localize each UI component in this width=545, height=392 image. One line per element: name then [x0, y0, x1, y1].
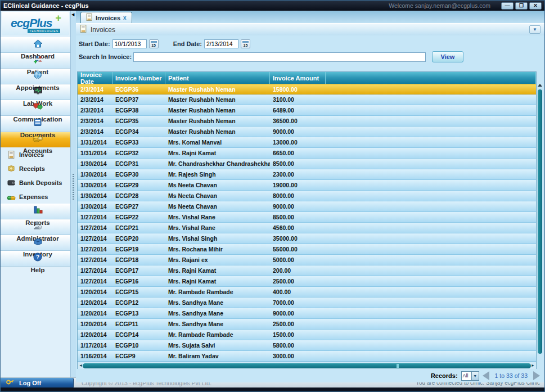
table-row[interactable]: 1/27/2014ECGP19Mrs. Rochana Mihir55000.0… — [78, 244, 536, 255]
sidebar-collapse-icon[interactable]: ◀ — [71, 12, 74, 17]
maximize-button[interactable]: ❐ — [515, 2, 528, 10]
table-row[interactable]: 1/20/2014ECGP15Mr. Rambade Rambade400.00 — [78, 287, 536, 298]
cell-invoice-amount: 9000.00 — [270, 203, 326, 210]
inventory-icon — [32, 236, 43, 247]
sidebar-item-patient[interactable]: Patient — [1, 53, 70, 69]
table-row[interactable]: 1/20/2014ECGP11Mrs. Sandhya Mane2500.00 — [78, 319, 536, 330]
cell-invoice-date: 1/27/2014 — [78, 235, 112, 242]
records-per-page-select[interactable]: All ▼ — [461, 371, 479, 381]
horizontal-scrollbar[interactable]: ◄ ► — [78, 362, 536, 369]
cell-invoice-number: ECGP22 — [112, 214, 165, 220]
start-date-calendar-icon[interactable]: 15 — [149, 39, 159, 48]
table-row[interactable]: 1/31/2014ECGP32Mrs. Rajni Kamat6650.00 — [78, 148, 536, 159]
cell-patient: Mr. Rajesh Singh — [165, 171, 270, 178]
cell-invoice-number: ECGP27 — [112, 203, 165, 210]
end-date-calendar-icon[interactable]: 15 — [241, 39, 250, 48]
table-row[interactable]: 1/27/2014ECGP18Mrs. Rajani ex5000.00 — [78, 255, 536, 265]
close-button[interactable]: ✕ — [529, 2, 542, 10]
log-off-button[interactable]: Log Off — [1, 378, 74, 388]
vertical-scroll-thumb[interactable] — [538, 89, 542, 354]
sidebar-item-inventory[interactable]: Inventory — [1, 235, 70, 251]
table-row[interactable]: 1/27/2014ECGP21Mrs. Vishal Rane4560.00 — [78, 223, 536, 233]
table-row[interactable]: 1/20/2014ECGP12Mrs. Sandhya Mane7000.00 — [78, 298, 536, 308]
next-page-button[interactable] — [533, 371, 540, 380]
cell-invoice-number: ECGP10 — [112, 342, 165, 349]
tab-list-dropdown-button[interactable]: ▼ — [529, 25, 541, 34]
table-row[interactable]: 1/27/2014ECGP22Mrs. Vishal Rane8500.00 — [78, 212, 536, 223]
tab-close-icon[interactable]: x — [123, 15, 127, 21]
view-button[interactable]: View — [432, 51, 463, 62]
cell-patient: Mrs. Sandhya Mane — [165, 310, 270, 317]
invoice-breadcrumb-icon — [80, 25, 87, 34]
tab-invoices[interactable]: Invoices x — [80, 12, 132, 23]
table-row[interactable]: 1/30/2014ECGP31Mr. Chandrashekhar Chandr… — [78, 159, 536, 169]
cell-invoice-number: ECGP16 — [112, 278, 165, 285]
scroll-right-icon[interactable]: ► — [531, 363, 535, 367]
sidebar-item-administrator[interactable]: Administrator — [1, 219, 70, 235]
sidebar-item-expenses[interactable]: Expenses — [1, 190, 70, 204]
cell-invoice-amount: 3100.00 — [270, 96, 326, 103]
appointments-icon — [32, 69, 43, 80]
previous-page-button[interactable] — [483, 371, 489, 380]
table-row[interactable]: 1/27/2014ECGP20Mrs. Vishal Singh35000.00 — [78, 233, 536, 244]
welcome-text: Welcome sanjay.neman@ecgplus.com — [389, 2, 490, 9]
cell-invoice-date: 1/20/2014 — [78, 289, 112, 295]
table-row[interactable]: 1/20/2014ECGP14Mr. Rambade Rambade1500.0… — [78, 330, 536, 340]
cell-invoice-date: 1/30/2014 — [78, 203, 112, 210]
table-row[interactable]: 1/27/2014ECGP16Mrs. Rajni Kamat2500.00 — [78, 276, 536, 287]
table-row[interactable]: 1/31/2014ECGP33Mrs. Komal Manval13000.00 — [78, 137, 536, 148]
cell-invoice-amount: 200.00 — [270, 267, 326, 274]
cell-patient: Ms Neeta Chavan — [165, 182, 270, 188]
sidebar-splitter[interactable]: ◀ — [71, 11, 76, 377]
invoice-icon — [7, 150, 16, 159]
cell-invoice-number: ECGP12 — [112, 299, 165, 306]
minimize-button[interactable]: — — [501, 2, 514, 10]
cell-invoice-number: ECGP29 — [112, 182, 165, 188]
splitter-grip[interactable] — [73, 174, 74, 200]
column-header-invoice-amount[interactable]: Invoice Amount — [270, 72, 326, 84]
table-row[interactable]: 2/3/2014ECGP36Master Rushabh Neman15800.… — [78, 84, 536, 94]
cell-invoice-date: 1/31/2014 — [78, 150, 112, 156]
sidebar-item-help[interactable]: ?Help — [1, 251, 70, 267]
scroll-left-icon[interactable]: ◄ — [79, 363, 83, 367]
cell-invoice-date: 2/3/2014 — [78, 128, 112, 135]
cell-invoice-number: ECGP14 — [112, 331, 165, 338]
cell-invoice-amount: 3000.00 — [270, 353, 326, 359]
document-icon — [86, 13, 93, 22]
sidebar-item-accounts[interactable]: Accounts — [1, 132, 70, 147]
table-row[interactable]: 2/3/2014ECGP34Master Rushabh Neman9000.0… — [78, 127, 536, 137]
sidebar-item-bank-deposits[interactable]: Bank Deposits — [1, 175, 70, 190]
table-row[interactable]: 2/3/2014ECGP35Master Rushabh Neman36500.… — [78, 116, 536, 127]
table-row[interactable]: 1/30/2014ECGP30Mr. Rajesh Singh2300.00 — [78, 169, 536, 180]
table-row[interactable]: 1/27/2014ECGP17Mrs. Rajni Kamat200.00 — [78, 265, 536, 276]
search-invoice-input[interactable] — [133, 52, 426, 62]
cell-invoice-number: ECGP18 — [112, 256, 165, 263]
column-header-invoice-number[interactable]: Invoice Number — [112, 72, 165, 84]
table-row[interactable]: 1/30/2014ECGP27Ms Neeta Chavan9000.00 — [78, 201, 536, 212]
cell-invoice-date: 1/27/2014 — [78, 256, 112, 263]
column-header-patient[interactable]: Patient — [165, 72, 270, 84]
sidebar-item-lab-work[interactable]: Lab Work — [1, 84, 70, 100]
sidebar-item-appointments[interactable]: Appointments — [1, 69, 70, 84]
horizontal-scroll-thumb[interactable] — [83, 363, 531, 368]
sidebar-item-dashboard[interactable]: Dashboard — [1, 37, 70, 53]
cell-invoice-date: 1/30/2014 — [78, 171, 112, 178]
window-bottom-edge — [1, 388, 544, 391]
start-date-input[interactable] — [112, 39, 147, 48]
table-row[interactable]: 1/30/2014ECGP28Ms Neeta Chavan8000.00 — [78, 191, 536, 201]
sidebar-item-label: Receipts — [19, 165, 45, 172]
table-row[interactable]: 2/3/2014ECGP38Master Rushabh Neman6489.0… — [78, 105, 536, 116]
column-header-invoice-date[interactable]: Invoice Date — [78, 72, 112, 84]
sidebar-item-reports[interactable]: Reports — [1, 204, 70, 219]
table-row[interactable]: 1/30/2014ECGP29Ms Neeta Chavan19000.00 — [78, 180, 536, 191]
sidebar-item-receipts[interactable]: Receipts — [1, 161, 70, 175]
table-row[interactable]: 1/17/2014ECGP10Mrs. Sujata Salvi5800.00 — [78, 340, 536, 351]
cell-invoice-date: 1/31/2014 — [78, 139, 112, 146]
scroll-up-icon[interactable] — [538, 84, 542, 87]
end-date-input[interactable] — [204, 39, 238, 48]
logo-subtitle: TECHNOLOGIES — [28, 29, 60, 33]
table-row[interactable]: 2/3/2014ECGP37Master Rushabh Neman3100.0… — [78, 94, 536, 105]
table-row[interactable]: 1/16/2014ECGP9Mr. Baliram Yadav3000.00 — [78, 351, 536, 362]
table-row[interactable]: 1/20/2014ECGP13Mrs. Sandhya Mane9000.00 — [78, 308, 536, 319]
sidebar-item-communication[interactable]: Communication — [1, 100, 70, 116]
